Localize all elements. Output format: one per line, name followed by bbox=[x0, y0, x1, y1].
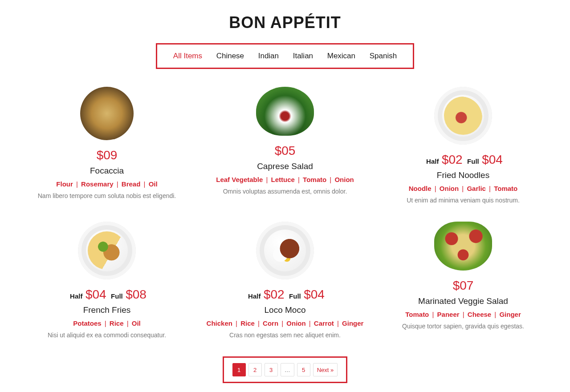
ingredient: Corn bbox=[263, 319, 278, 327]
page-button-5[interactable]: 5 bbox=[297, 363, 310, 376]
price-line: Half $04 Full $08 bbox=[27, 287, 187, 302]
separator: | bbox=[432, 185, 440, 192]
food-image bbox=[80, 87, 134, 140]
ingredient: Potatoes bbox=[73, 319, 101, 327]
filter-tab-spanish[interactable]: Spanish bbox=[370, 52, 397, 61]
ingredient: Onion bbox=[334, 176, 354, 183]
item-description: Nisi ut aliquid ex ea commodi consequatu… bbox=[27, 331, 187, 339]
menu-item: Half $02 Full $04Fried NoodlesNoodle | O… bbox=[379, 87, 548, 204]
separator: | bbox=[73, 180, 81, 188]
price-line: $09 bbox=[27, 148, 187, 162]
ingredient: Garlic bbox=[467, 185, 486, 192]
price-value: $09 bbox=[97, 148, 118, 162]
separator: | bbox=[491, 311, 499, 318]
separator: | bbox=[306, 319, 314, 327]
item-name: Loco Moco bbox=[205, 305, 365, 315]
menu-item: $05Caprese SaladLeaf Vegetable | Lettuce… bbox=[200, 87, 370, 204]
item-description: Cras non egestas sem nec aliquet enim. bbox=[205, 331, 365, 339]
separator: | bbox=[102, 319, 110, 327]
page-ellipsis: … bbox=[281, 363, 294, 376]
menu-grid: $09FocacciaFlour | Rosemary | Bread | Oi… bbox=[22, 87, 548, 339]
price-value: $04 bbox=[304, 287, 325, 301]
ingredient: Chicken bbox=[207, 319, 232, 327]
ingredient: Bread bbox=[122, 180, 141, 188]
ingredient: Tomato bbox=[303, 176, 326, 183]
ingredients: Tomato | Paneer | Cheese | Ginger bbox=[383, 311, 543, 318]
price-label: Full bbox=[467, 158, 479, 165]
price-label: Full bbox=[111, 292, 123, 300]
price-line: Half $02 Full $04 bbox=[383, 153, 543, 167]
separator: | bbox=[429, 311, 437, 318]
separator: | bbox=[278, 319, 286, 327]
price-value: $07 bbox=[453, 279, 474, 292]
item-name: French Fries bbox=[27, 305, 187, 315]
ingredients: Chicken | Rice | Corn | Onion | Carrot |… bbox=[205, 319, 365, 327]
ingredient: Oil bbox=[132, 319, 141, 327]
food-image bbox=[434, 87, 492, 145]
page-button-3[interactable]: 3 bbox=[265, 363, 278, 376]
price-value: $04 bbox=[482, 153, 503, 166]
filter-tab-indian[interactable]: Indian bbox=[258, 52, 279, 61]
item-name: Focaccia bbox=[27, 166, 187, 176]
price-line: $05 bbox=[205, 144, 365, 158]
item-name: Fried Noodles bbox=[383, 170, 543, 180]
separator: | bbox=[295, 176, 303, 183]
price-label: Half bbox=[70, 292, 82, 300]
separator: | bbox=[326, 176, 334, 183]
ingredient: Flour bbox=[56, 180, 73, 188]
separator: | bbox=[232, 319, 240, 327]
food-image bbox=[256, 222, 314, 279]
separator: | bbox=[459, 185, 467, 192]
pagination: 123…5Next » bbox=[223, 356, 347, 383]
separator: | bbox=[334, 319, 342, 327]
ingredient: Ginger bbox=[342, 319, 363, 327]
food-image bbox=[78, 222, 136, 279]
ingredient: Lettuce bbox=[271, 176, 295, 183]
price-label: Half bbox=[426, 158, 439, 165]
ingredient: Rice bbox=[110, 319, 124, 327]
food-image bbox=[256, 87, 314, 136]
ingredient: Cheese bbox=[468, 311, 491, 318]
filter-tab-chinese[interactable]: Chinese bbox=[216, 52, 244, 61]
ingredient: Rosemary bbox=[81, 180, 114, 188]
page-title: BON APPÉTIT bbox=[18, 13, 552, 32]
price-line: Half $02 Full $04 bbox=[205, 287, 365, 302]
price-label: Half bbox=[248, 292, 261, 300]
price-line: $07 bbox=[383, 279, 543, 293]
ingredients: Leaf Vegetable | Lettuce | Tomato | Onio… bbox=[205, 176, 365, 183]
menu-item: $09FocacciaFlour | Rosemary | Bread | Oi… bbox=[22, 87, 191, 204]
page-button-1[interactable]: 1 bbox=[232, 363, 246, 376]
separator: | bbox=[114, 180, 122, 188]
item-name: Marinated Veggie Salad bbox=[383, 296, 543, 306]
ingredient: Oil bbox=[149, 180, 158, 188]
item-description: Omnis voluptas assumenda est, omnis dolo… bbox=[205, 188, 365, 195]
separator: | bbox=[124, 319, 132, 327]
price-label: Full bbox=[289, 292, 301, 300]
separator: | bbox=[255, 319, 263, 327]
page-next-button[interactable]: Next » bbox=[313, 363, 338, 376]
separator: | bbox=[140, 180, 148, 188]
filter-tab-mexican[interactable]: Mexican bbox=[327, 52, 355, 61]
menu-item: Half $04 Full $08French FriesPotatoes | … bbox=[22, 222, 191, 339]
price-value: $08 bbox=[126, 287, 147, 301]
price-value: $02 bbox=[442, 153, 463, 166]
price-value: $05 bbox=[275, 144, 296, 158]
ingredients: Potatoes | Rice | Oil bbox=[27, 319, 187, 327]
ingredient: Tomato bbox=[405, 311, 429, 318]
separator: | bbox=[263, 176, 271, 183]
filter-tab-all-items[interactable]: All Items bbox=[173, 52, 202, 61]
food-image bbox=[434, 222, 492, 271]
item-name: Caprese Salad bbox=[205, 162, 365, 171]
page-button-2[interactable]: 2 bbox=[248, 363, 262, 376]
price-value: $04 bbox=[86, 287, 106, 301]
ingredient: Onion bbox=[286, 319, 305, 327]
ingredient: Ginger bbox=[499, 311, 521, 318]
ingredients: Noodle | Onion | Garlic | Tomato bbox=[383, 185, 543, 192]
ingredients: Flour | Rosemary | Bread | Oil bbox=[27, 180, 187, 188]
filter-tab-italian[interactable]: Italian bbox=[293, 52, 313, 61]
category-filter-bar: All ItemsChineseIndianItalianMexicanSpan… bbox=[156, 43, 414, 69]
price-value: $02 bbox=[264, 287, 285, 301]
item-description: Ut enim ad minima veniam quis nostrum. bbox=[383, 197, 543, 204]
menu-item: Half $02 Full $04Loco MocoChicken | Rice… bbox=[200, 222, 370, 339]
separator: | bbox=[460, 311, 468, 318]
